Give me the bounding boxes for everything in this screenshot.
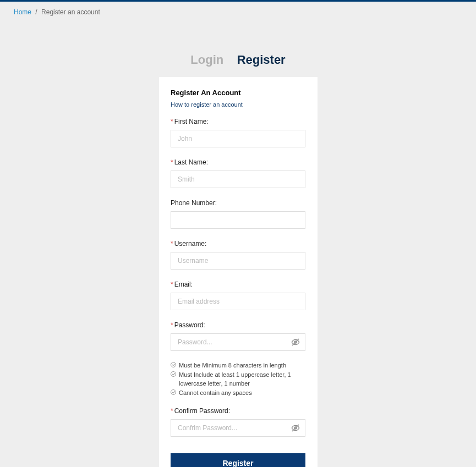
required-asterisk: * (171, 281, 173, 288)
field-confirm-password: *Confirm Password: (171, 407, 305, 437)
tab-register[interactable]: Register (237, 53, 286, 67)
first-name-label: *First Name: (171, 118, 305, 125)
register-form-card: Register An Account How to register an a… (159, 77, 318, 467)
register-button[interactable]: Register (171, 453, 305, 467)
last-name-input[interactable] (171, 171, 305, 188)
phone-input[interactable] (171, 211, 305, 229)
breadcrumb-current: Register an account (41, 8, 100, 16)
help-link[interactable]: How to register an account (171, 101, 243, 108)
field-password: *Password: (171, 321, 305, 351)
confirm-password-label: *Confirm Password: (171, 407, 305, 415)
auth-tabs: Login Register (0, 53, 476, 67)
field-first-name: *First Name: (171, 118, 305, 147)
password-rules: Must be Minimum 8 characters in length M… (171, 361, 305, 397)
first-name-input[interactable] (171, 130, 305, 147)
username-input[interactable] (171, 252, 305, 270)
breadcrumb-separator: / (35, 8, 37, 16)
eye-off-icon[interactable] (291, 424, 300, 432)
confirm-password-input[interactable] (171, 419, 305, 437)
required-asterisk: * (171, 118, 173, 125)
phone-label: Phone Number: (171, 199, 305, 207)
required-asterisk: * (171, 407, 173, 415)
email-label: *Email: (171, 281, 305, 288)
field-last-name: *Last Name: (171, 158, 305, 188)
password-rule-3: Cannot contain any spaces (171, 388, 305, 398)
form-title: Register An Account (171, 89, 305, 97)
check-circle-icon (171, 371, 176, 377)
email-input[interactable] (171, 293, 305, 310)
password-input[interactable] (171, 333, 305, 351)
check-circle-icon (171, 389, 176, 395)
check-circle-icon (171, 362, 176, 367)
required-asterisk: * (171, 321, 173, 329)
password-label: *Password: (171, 321, 305, 329)
breadcrumb: Home / Register an account (0, 2, 476, 23)
field-phone: Phone Number: (171, 199, 305, 229)
required-asterisk: * (171, 240, 173, 248)
username-label: *Username: (171, 240, 305, 248)
last-name-label: *Last Name: (171, 158, 305, 166)
tab-login[interactable]: Login (190, 53, 223, 67)
required-asterisk: * (171, 158, 173, 166)
breadcrumb-home-link[interactable]: Home (14, 8, 31, 16)
password-rule-2: Must Include at least 1 uppercase letter… (171, 370, 305, 388)
eye-off-icon[interactable] (291, 338, 300, 347)
field-email: *Email: (171, 281, 305, 310)
password-rule-1: Must be Minimum 8 characters in length (171, 361, 305, 370)
field-username: *Username: (171, 240, 305, 270)
